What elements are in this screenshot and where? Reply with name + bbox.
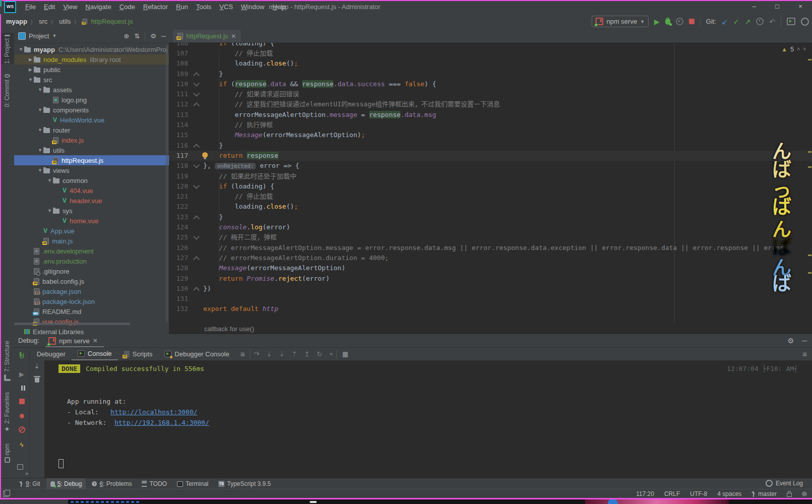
fold-marker[interactable] [190,212,203,222]
menu-run[interactable]: Run [172,0,192,14]
chevron-right-icon[interactable]: ▶ [27,57,34,62]
tree-item-assets[interactable]: ▼assets [14,85,169,95]
history-icon[interactable] [756,18,764,25]
debug-console-output[interactable]: DONE Compiled successfully in 556ms 12:0… [44,360,812,478]
chevron-down-icon[interactable]: ▼ [37,128,43,133]
code-line-125[interactable]: 125 // 梅开二度，弹框 [169,232,812,242]
hide-panel-icon[interactable]: ─ [161,32,166,40]
warning-stripe-mark[interactable] [808,166,811,168]
fold-marker[interactable] [190,99,203,109]
menu-edit[interactable]: Edit [40,0,59,14]
minimize-button[interactable]: – [742,0,766,14]
pause-icon[interactable] [18,385,26,392]
run-configuration-select[interactable]: npm serve ▼ [592,16,649,27]
git-push-icon[interactable]: ↗ [745,18,751,25]
tree-item-main-js[interactable]: main.js [14,236,169,246]
tree-item-myapp[interactable]: ▼myappC:\Users\Administrator\WebstormPro… [14,44,169,54]
profile-button[interactable] [676,18,683,25]
run-window-icon[interactable] [787,18,795,25]
stripe-tab-favorites[interactable]: 2: Favorites★ [0,391,14,436]
close-session-icon[interactable]: ✕ [93,337,98,344]
chevron-down-icon[interactable]: ▼ [37,168,43,173]
reader-mode-icon[interactable] [3,491,9,497]
tool-window-button-terminal[interactable]: Terminal [173,478,212,489]
code-line-113[interactable]: 113 errorMessageAlertOption.message = re… [169,110,812,120]
indent-info[interactable]: 4 spaces [717,490,741,497]
code-line-128[interactable]: 128 Message(errorMessageAlertOption) [169,263,812,273]
tool-window-button-todo[interactable]: TODO [138,478,170,489]
close-tab-icon[interactable]: ✕ [231,33,236,40]
code-line-132[interactable]: 132export default http [169,304,812,314]
code-line-120[interactable]: 120 if (loading) { [169,181,812,192]
gear-icon[interactable]: ⚙ [150,32,156,40]
debug-tab-console[interactable]: Console [72,348,118,360]
tool-window-button-9-git[interactable]: 9: Git [15,478,44,489]
code-line-127[interactable]: 127 // errorMessageAlertOption.duration … [169,253,812,263]
chevron-down-icon[interactable]: ▼ [37,107,43,112]
tree-item-readme-md[interactable]: README.md [14,306,169,317]
editor-area[interactable]: 106 if (loading) {107 // 停止加载108 loading… [169,29,812,334]
breadcrumb-item[interactable]: myapp [6,18,27,25]
code-line-116[interactable]: 116 } [169,141,812,151]
tool-window-button-typescript-3-9-5[interactable]: TSTypeScript 3.9.5 [214,478,275,489]
breadcrumb-item[interactable]: src [39,18,47,25]
chevron-down-icon[interactable]: ▼ [37,87,43,92]
tree-item-node-modules[interactable]: ▶node_moduleslibrary root [14,54,169,65]
code-line-126[interactable]: 126 // errorMessageAlertOption.message =… [169,243,812,253]
tree-item-package-json[interactable]: package.json [14,286,169,296]
menu-refactor[interactable]: Refactor [139,0,172,14]
debug-tab-debugger-console[interactable]: Debugger Console [158,348,235,360]
tree-horizontal-scrollbar[interactable] [14,323,130,325]
project-header[interactable]: Project ▼ ⊕ ⇅ ⚙ ─ [14,29,169,43]
window-icon[interactable] [17,464,23,470]
code-line-119[interactable]: 119 // 如果此时还处于加载中 [169,171,812,181]
code-line-131[interactable]: 131 [169,294,812,304]
code-line-112[interactable]: 112 // 这里我们把错误通过elementUI的message组件弹框出来，… [169,99,812,109]
step-out-icon[interactable]: ⇡ [292,350,297,358]
tree-item-header-vue[interactable]: Vheader.vue [14,196,169,206]
chevron-right-icon[interactable]: ▶ [27,67,34,72]
chevron-down-icon[interactable]: ▼ [46,178,53,183]
tree-item-app-vue[interactable]: VApp.vue [14,226,169,236]
tree-item-package-lock-json[interactable]: package-lock.json [14,296,169,306]
code-line-117[interactable]: 117 return response [169,151,812,161]
tree-item-utils[interactable]: ▼utils [14,145,169,155]
fold-marker[interactable] [190,141,203,151]
git-update-icon[interactable]: ↙ [722,18,728,25]
code-line-109[interactable]: 109 } [169,69,812,79]
fold-marker[interactable] [190,232,203,242]
rerun-icon[interactable]: ↻ [18,353,26,360]
warning-stripe-mark[interactable] [808,151,811,153]
resume-icon[interactable]: ▶ [18,370,26,378]
debug-session-tab[interactable]: npm serve ✕ [46,335,100,346]
intention-bulb-icon[interactable] [202,152,208,158]
next-warning-icon[interactable]: ˅ [803,46,806,52]
code-line-129[interactable]: 129 return Promise.reject(error) [169,274,812,284]
maximize-button[interactable]: □ [766,0,789,14]
chevron-down-icon[interactable]: ▼ [37,148,43,153]
code-view[interactable]: 106 if (loading) {107 // 停止加载108 loading… [169,38,812,314]
tree-item-external-libraries[interactable]: External Libraries [14,327,169,334]
tree-item-404-vue[interactable]: V404.vue [14,185,169,196]
tree-item-vue-config-js[interactable]: vue.config.js [14,317,169,327]
mute-breakpoints-icon[interactable] [18,426,26,434]
tree-item--env-development[interactable]: .env.development [14,246,169,256]
close-button[interactable]: × [789,0,812,14]
stripe-tab-commit[interactable]: 0: Commit [0,72,14,107]
code-line-123[interactable]: 123 } [169,212,812,222]
caret-position[interactable]: 117:20 [636,490,654,497]
step-into-icon[interactable]: ⇣ [266,350,272,358]
stripe-tab-npm[interactable]: npm [0,441,14,467]
tree-item-public[interactable]: ▶public [14,65,169,75]
warning-stripe-mark[interactable] [808,272,811,274]
stop-button[interactable] [689,19,694,24]
force-step-into-icon[interactable]: ⇣ [279,350,284,358]
file-encoding[interactable]: UTF-8 [690,490,707,497]
menu-window[interactable]: Window [237,0,268,14]
code-line-110[interactable]: 110 if (response.data && response.data.s… [169,79,812,89]
menu-view[interactable]: View [59,0,81,14]
tree-vertical-scrollbar[interactable] [166,44,168,323]
editor-tab-httprequest[interactable]: httpRequest.js ✕ [173,30,241,42]
lock-icon[interactable] [787,493,792,497]
line-ending[interactable]: CRLF [664,490,680,497]
